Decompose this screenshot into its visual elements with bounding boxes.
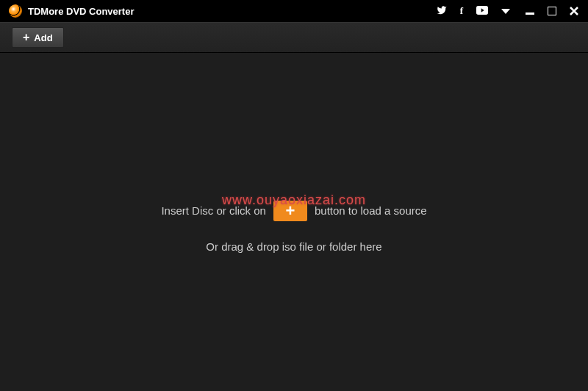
title-left: TDMore DVD Converter — [9, 4, 134, 18]
load-source-button[interactable]: + — [273, 201, 307, 221]
titlebar: TDMore DVD Converter f — [0, 0, 588, 22]
instruction-before: Insert Disc or click on — [161, 204, 266, 217]
maximize-icon[interactable] — [547, 6, 557, 16]
toolbar: + Add — [0, 22, 588, 53]
instruction-after: button to load a source — [315, 204, 427, 217]
youtube-icon[interactable] — [476, 6, 488, 17]
svg-rect-2 — [548, 7, 556, 15]
close-icon[interactable] — [569, 6, 579, 16]
app-logo-icon — [9, 4, 22, 18]
facebook-icon[interactable]: f — [460, 5, 463, 17]
window-controls — [525, 6, 579, 16]
app-title: TDMore DVD Converter — [28, 6, 134, 17]
dropdown-icon[interactable] — [501, 6, 510, 17]
title-right: f — [437, 5, 579, 18]
main-drop-area[interactable]: www.ouyaoxiazai.com Insert Disc or click… — [0, 53, 588, 391]
add-button[interactable]: + Add — [12, 27, 64, 48]
minimize-icon[interactable] — [525, 6, 535, 16]
twitter-icon[interactable] — [437, 5, 447, 18]
svg-rect-1 — [526, 12, 534, 15]
plus-icon: + — [286, 203, 295, 219]
instruction-row: Insert Disc or click on + button to load… — [161, 201, 426, 221]
add-button-label: Add — [34, 32, 52, 43]
instruction-sub: Or drag & drop iso file or folder here — [206, 240, 381, 253]
plus-icon: + — [23, 32, 29, 43]
social-icons: f — [437, 5, 510, 18]
